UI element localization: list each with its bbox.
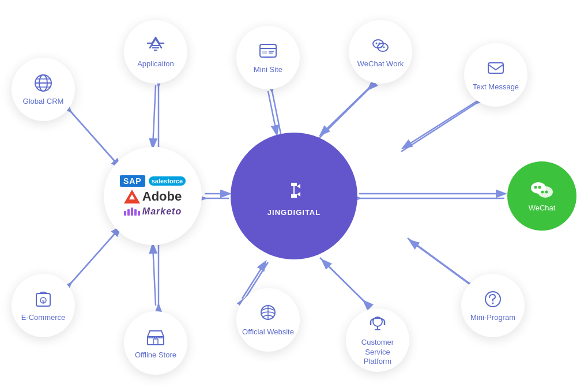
text-message-icon	[485, 58, 506, 79]
wechat-label: WeChat	[529, 203, 556, 213]
ecommerce-label: E-Commerce	[21, 313, 66, 323]
crm-logos: SAP salesforce Adobe Marketo	[120, 175, 186, 217]
official-website-node: Official Website	[236, 288, 300, 352]
application-node: Applicaiton	[124, 20, 187, 84]
mini-program-icon	[483, 289, 503, 310]
mini-site-node: Mini Site	[236, 26, 300, 89]
svg-line-6	[153, 85, 156, 147]
global-crm-icon	[33, 73, 54, 93]
svg-line-11	[319, 89, 369, 138]
svg-rect-44	[265, 57, 271, 58]
svg-line-8	[268, 91, 277, 134]
mini-site-icon	[258, 41, 278, 62]
adobe-logo: Adobe	[124, 189, 182, 204]
mini-program-label: Mini-Program	[470, 313, 515, 323]
svg-point-50	[383, 46, 385, 48]
svg-line-9	[272, 91, 281, 134]
offline-store-node: Offline Store	[124, 311, 187, 375]
svg-rect-41	[262, 51, 267, 54]
svg-line-12	[404, 99, 480, 148]
text-message-node: Text Message	[464, 43, 527, 107]
customer-service-label: Customer Service Platform	[352, 338, 404, 367]
sap-logo: SAP	[120, 175, 145, 187]
official-website-label: Official Website	[242, 327, 294, 337]
jing-icon	[280, 176, 308, 205]
wechat-work-label: WeChat Work	[357, 59, 404, 69]
svg-point-47	[376, 42, 378, 44]
svg-point-28	[538, 186, 541, 189]
offline-store-label: Offline Store	[135, 350, 176, 360]
ecommerce-node: $ E-Commerce	[12, 274, 75, 337]
application-icon	[145, 35, 166, 56]
wechat-work-node: WeChat Work	[349, 20, 412, 84]
mini-site-label: Mini Site	[254, 65, 282, 75]
official-website-icon	[258, 303, 278, 324]
svg-line-13	[401, 103, 477, 152]
svg-point-27	[534, 186, 537, 189]
adobe-triangle	[124, 190, 140, 203]
svg-line-22	[410, 241, 473, 287]
svg-rect-56	[153, 339, 158, 345]
global-crm-label: Global CRM	[23, 97, 64, 107]
global-crm-node: Global CRM	[12, 58, 75, 121]
ecommerce-icon: $	[33, 289, 54, 310]
svg-line-21	[320, 258, 364, 301]
svg-line-5	[70, 111, 123, 170]
svg-point-48	[379, 42, 380, 44]
wechat-work-icon	[370, 35, 391, 56]
marketo-logo: Marketo	[124, 206, 182, 217]
svg-point-49	[380, 46, 382, 48]
jingdigital-center-node: JINGDIGITAL	[231, 133, 357, 259]
crm-hub-node: SAP salesforce Adobe Marketo	[104, 147, 202, 245]
jing-label: JINGDIGITAL	[267, 208, 321, 217]
wechat-icon	[529, 179, 555, 201]
customer-service-icon	[367, 314, 388, 334]
svg-line-20	[323, 261, 367, 304]
svg-rect-39	[260, 44, 276, 57]
svg-line-15	[70, 225, 123, 284]
marketo-bars	[124, 208, 140, 216]
svg-text:$: $	[42, 299, 45, 304]
marketo-text: Marketo	[142, 206, 182, 217]
svg-point-30	[545, 190, 548, 193]
svg-line-16	[153, 245, 156, 306]
svg-line-14	[68, 228, 120, 287]
text-message-label: Text Message	[473, 82, 519, 92]
salesforce-logo: salesforce	[149, 176, 186, 186]
svg-point-63	[492, 302, 494, 304]
wechat-node: WeChat	[507, 161, 576, 231]
svg-point-29	[541, 190, 544, 193]
offline-store-icon	[145, 326, 166, 347]
svg-line-10	[321, 85, 372, 134]
svg-rect-51	[488, 63, 503, 73]
svg-line-23	[408, 238, 470, 284]
main-scene: JINGDIGITAL SAP salesforce Adobe Mar	[0, 0, 588, 392]
svg-line-4	[68, 108, 120, 167]
customer-service-node: Customer Service Platform	[346, 308, 409, 372]
application-label: Applicaiton	[137, 59, 174, 69]
mini-program-node: Mini-Program	[461, 274, 525, 337]
